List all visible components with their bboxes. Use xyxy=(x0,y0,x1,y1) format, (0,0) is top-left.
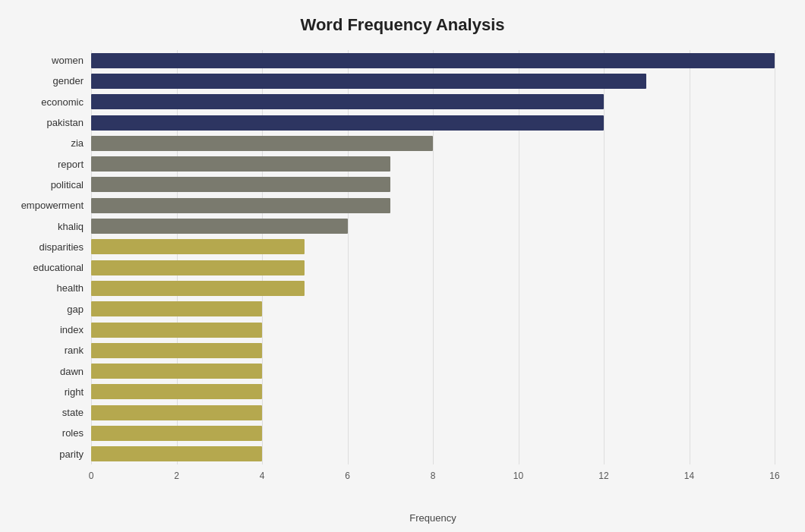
bar-label: state xyxy=(8,407,91,418)
x-tick: 10 xyxy=(513,471,523,481)
bar-label: dawn xyxy=(8,366,91,377)
bar-label: gender xyxy=(8,75,91,87)
bar-row: right xyxy=(91,382,775,402)
bar-row: zia xyxy=(91,133,775,153)
bar-row: economic xyxy=(91,92,775,112)
x-tick: 0 xyxy=(89,471,94,481)
bar-row: disparities xyxy=(91,237,775,257)
bar-fill xyxy=(91,260,305,275)
bar-label: disparities xyxy=(8,241,91,253)
bar-track xyxy=(91,426,775,441)
bar-fill xyxy=(91,323,262,338)
bar-fill xyxy=(91,446,262,461)
chart-container: Word Frequency Analysis womengenderecono… xyxy=(0,0,805,532)
bar-row: dawn xyxy=(91,360,775,381)
bar-fill xyxy=(91,53,775,68)
bar-row: khaliq xyxy=(91,216,775,236)
bar-track xyxy=(91,446,775,461)
bar-row: gender xyxy=(91,71,775,91)
bar-fill xyxy=(91,115,604,131)
bars-wrapper: womengendereconomicpakistanziareportpoli… xyxy=(91,50,775,464)
bar-track xyxy=(91,384,775,399)
bar-fill xyxy=(91,364,262,379)
bar-label: index xyxy=(8,324,91,335)
bar-track xyxy=(91,219,775,234)
chart-area: womengendereconomicpakistanziareportpoli… xyxy=(91,50,775,490)
x-tick: 6 xyxy=(345,471,350,481)
bar-track xyxy=(91,405,775,420)
bar-track xyxy=(91,94,775,109)
bar-label: khaliq xyxy=(8,221,91,232)
bar-row: educational xyxy=(91,257,775,278)
bar-label: women xyxy=(8,55,91,66)
bar-track xyxy=(91,260,775,275)
x-tick: 12 xyxy=(598,471,608,481)
bar-label: gap xyxy=(8,304,91,315)
bar-fill xyxy=(91,426,262,441)
bar-row: rank xyxy=(91,340,775,360)
bar-row: empowerment xyxy=(91,195,775,216)
bar-track xyxy=(91,177,775,192)
bar-fill xyxy=(91,405,262,420)
bar-label: parity xyxy=(8,449,91,460)
bar-fill xyxy=(91,239,305,254)
bar-track xyxy=(91,156,775,172)
x-tick: 16 xyxy=(769,471,779,481)
x-tick: 8 xyxy=(431,471,436,481)
bar-fill xyxy=(91,198,390,213)
bar-track xyxy=(91,239,775,254)
bar-track xyxy=(91,301,775,316)
bar-label: right xyxy=(8,386,91,398)
bar-row: health xyxy=(91,278,775,298)
bar-row: roles xyxy=(91,423,775,443)
bar-track xyxy=(91,136,775,151)
bar-track xyxy=(91,74,775,89)
bar-row: political xyxy=(91,175,775,195)
bar-label: roles xyxy=(8,427,91,439)
bar-label: political xyxy=(8,179,91,190)
bar-track xyxy=(91,53,775,68)
bar-label: health xyxy=(8,282,91,294)
bar-fill xyxy=(91,74,646,89)
bar-row: index xyxy=(91,320,775,340)
bar-label: economic xyxy=(8,96,91,108)
bar-row: report xyxy=(91,153,775,174)
bar-label: zia xyxy=(8,137,91,149)
bar-fill xyxy=(91,177,390,192)
bar-fill xyxy=(91,384,262,399)
bar-fill xyxy=(91,301,262,316)
bar-track xyxy=(91,323,775,338)
x-tick: 4 xyxy=(260,471,265,481)
bar-track xyxy=(91,343,775,358)
bar-track xyxy=(91,115,775,131)
x-axis: 0246810121416 xyxy=(91,467,775,490)
x-tick: 14 xyxy=(684,471,694,481)
bar-track xyxy=(91,364,775,379)
bar-fill xyxy=(91,156,390,172)
bar-row: gap xyxy=(91,299,775,320)
bar-row: parity xyxy=(91,444,775,464)
bar-label: educational xyxy=(8,262,91,273)
chart-title: Word Frequency Analysis xyxy=(30,15,775,35)
bar-label: pakistan xyxy=(8,117,91,128)
bar-label: report xyxy=(8,159,91,170)
bar-label: rank xyxy=(8,345,91,356)
bar-row: pakistan xyxy=(91,112,775,133)
bar-fill xyxy=(91,136,433,151)
bar-track xyxy=(91,198,775,213)
bar-row: state xyxy=(91,402,775,423)
bar-fill xyxy=(91,281,305,296)
x-axis-label: Frequency xyxy=(91,512,775,524)
bar-fill xyxy=(91,219,348,234)
bar-row: women xyxy=(91,50,775,71)
x-tick: 2 xyxy=(174,471,179,481)
bar-track xyxy=(91,281,775,296)
bar-fill xyxy=(91,343,262,358)
bar-label: empowerment xyxy=(8,200,91,211)
bar-fill xyxy=(91,94,604,109)
grid-line xyxy=(775,50,775,464)
